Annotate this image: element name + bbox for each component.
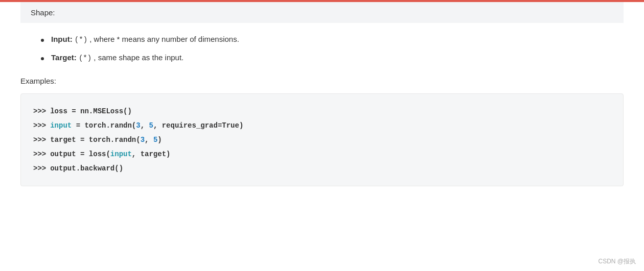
code-text-1: loss = nn.MSELoss() xyxy=(50,104,132,118)
input-label: Input: xyxy=(51,35,73,43)
prompt-5: >>> xyxy=(33,161,46,176)
shape-section: Shape: xyxy=(20,2,624,23)
bullet-dot xyxy=(41,57,44,60)
prompt-3: >>> xyxy=(33,133,46,147)
code-line-2: >>> input = torch.randn(3, 5, requires_g… xyxy=(33,118,611,133)
prompt-4: >>> xyxy=(33,147,46,161)
input-desc: , where * means any number of dimensions… xyxy=(89,35,239,43)
bullet-dot xyxy=(41,39,44,42)
code-text-2: input = torch.randn(3, 5, requires_grad=… xyxy=(50,118,243,133)
target-code: (*) xyxy=(79,54,91,62)
code-line-1: >>> loss = nn.MSELoss() xyxy=(33,104,611,118)
target-label: Target: xyxy=(51,53,77,62)
watermark: CSDN @报执 xyxy=(598,257,636,266)
list-item: Input: (*) , where * means any number of… xyxy=(41,33,603,45)
code-text-3: target = torch.randn(3, 5) xyxy=(50,133,162,147)
code-line-5: >>> output.backward() xyxy=(33,161,611,176)
examples-section: Examples: >>> loss = nn.MSELoss() >>> in… xyxy=(20,77,624,186)
prompt-2: >>> xyxy=(33,118,46,133)
prompt-1: >>> xyxy=(33,104,46,118)
examples-title: Examples: xyxy=(20,77,624,85)
code-line-3: >>> target = torch.randn(3, 5) xyxy=(33,133,611,147)
target-desc: , same shape as the input. xyxy=(94,53,183,62)
shape-title: Shape: xyxy=(31,8,55,17)
code-block: >>> loss = nn.MSELoss() >>> input = torc… xyxy=(20,93,624,186)
code-text-5: output.backward() xyxy=(50,161,123,176)
list-item: Target: (*) , same shape as the input. xyxy=(41,52,603,64)
code-text-4: output = loss(input, target) xyxy=(50,147,170,161)
input-code: (*) xyxy=(75,36,87,44)
bullet-list: Input: (*) , where * means any number of… xyxy=(41,33,603,64)
code-line-4: >>> output = loss(input, target) xyxy=(33,147,611,161)
